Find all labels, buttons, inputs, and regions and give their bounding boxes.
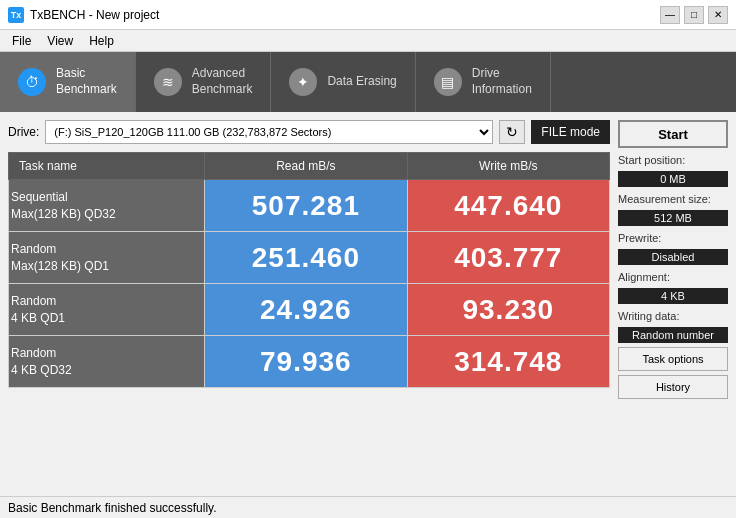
refresh-button[interactable]: ↻ <box>499 120 525 144</box>
read-value-3: 79.936 <box>205 336 407 388</box>
measurement-size-label: Measurement size: <box>618 193 728 205</box>
history-button[interactable]: History <box>618 375 728 399</box>
advanced-benchmark-icon: ≋ <box>154 68 182 96</box>
left-panel: Drive: (F:) SiS_P120_120GB 111.00 GB (23… <box>8 120 610 399</box>
drive-select[interactable]: (F:) SiS_P120_120GB 111.00 GB (232,783,8… <box>45 120 493 144</box>
alignment-value: 4 KB <box>618 288 728 304</box>
close-button[interactable]: ✕ <box>708 6 728 24</box>
task-name-2: Random4 KB QD1 <box>9 284 205 336</box>
col-task-name: Task name <box>9 153 205 180</box>
write-value-0: 447.640 <box>407 180 609 232</box>
app-icon: Tx <box>8 7 24 23</box>
table-row: SequentialMax(128 KB) QD32 507.281 447.6… <box>9 180 610 232</box>
status-message: Basic Benchmark finished successfully. <box>8 501 217 515</box>
status-bar: Basic Benchmark finished successfully. <box>0 496 736 518</box>
col-read: Read mB/s <box>205 153 407 180</box>
table-row: Random4 KB QD1 24.926 93.230 <box>9 284 610 336</box>
drive-row: Drive: (F:) SiS_P120_120GB 111.00 GB (23… <box>8 120 610 144</box>
write-value-2: 93.230 <box>407 284 609 336</box>
drive-info-label: DriveInformation <box>472 66 532 97</box>
task-name-0: SequentialMax(128 KB) QD32 <box>9 180 205 232</box>
drive-label: Drive: <box>8 125 39 139</box>
right-panel: Start Start position: 0 MB Measurement s… <box>618 120 728 399</box>
title-bar: Tx TxBENCH - New project — □ ✕ <box>0 0 736 30</box>
prewrite-label: Prewrite: <box>618 232 728 244</box>
write-value-1: 403.777 <box>407 232 609 284</box>
measurement-size-value: 512 MB <box>618 210 728 226</box>
basic-benchmark-icon: ⏱ <box>18 68 46 96</box>
task-name-1: RandomMax(128 KB) QD1 <box>9 232 205 284</box>
menu-bar: File View Help <box>0 30 736 52</box>
window-title: TxBENCH - New project <box>30 8 159 22</box>
title-bar-left: Tx TxBENCH - New project <box>8 7 159 23</box>
alignment-label: Alignment: <box>618 271 728 283</box>
start-position-value: 0 MB <box>618 171 728 187</box>
main-content: Drive: (F:) SiS_P120_120GB 111.00 GB (23… <box>0 112 736 407</box>
advanced-benchmark-label: AdvancedBenchmark <box>192 66 253 97</box>
data-erasing-icon: ✦ <box>289 68 317 96</box>
toolbar-data-erasing[interactable]: ✦ Data Erasing <box>271 52 415 112</box>
maximize-button[interactable]: □ <box>684 6 704 24</box>
task-name-3: Random4 KB QD32 <box>9 336 205 388</box>
read-value-0: 507.281 <box>205 180 407 232</box>
toolbar-advanced-benchmark[interactable]: ≋ AdvancedBenchmark <box>136 52 272 112</box>
toolbar: ⏱ BasicBenchmark ≋ AdvancedBenchmark ✦ D… <box>0 52 736 112</box>
table-row: Random4 KB QD32 79.936 314.748 <box>9 336 610 388</box>
minimize-button[interactable]: — <box>660 6 680 24</box>
menu-help[interactable]: Help <box>81 32 122 50</box>
col-write: Write mB/s <box>407 153 609 180</box>
read-value-1: 251.460 <box>205 232 407 284</box>
toolbar-basic-benchmark[interactable]: ⏱ BasicBenchmark <box>0 52 136 112</box>
task-options-button[interactable]: Task options <box>618 347 728 371</box>
table-row: RandomMax(128 KB) QD1 251.460 403.777 <box>9 232 610 284</box>
menu-view[interactable]: View <box>39 32 81 50</box>
menu-file[interactable]: File <box>4 32 39 50</box>
file-mode-button[interactable]: FILE mode <box>531 120 610 144</box>
benchmark-table: Task name Read mB/s Write mB/s Sequentia… <box>8 152 610 388</box>
write-value-3: 314.748 <box>407 336 609 388</box>
toolbar-drive-info[interactable]: ▤ DriveInformation <box>416 52 551 112</box>
title-bar-controls: — □ ✕ <box>660 6 728 24</box>
writing-data-label: Writing data: <box>618 310 728 322</box>
drive-info-icon: ▤ <box>434 68 462 96</box>
start-position-label: Start position: <box>618 154 728 166</box>
prewrite-value: Disabled <box>618 249 728 265</box>
writing-data-value: Random number <box>618 327 728 343</box>
data-erasing-label: Data Erasing <box>327 74 396 90</box>
start-button[interactable]: Start <box>618 120 728 148</box>
basic-benchmark-label: BasicBenchmark <box>56 66 117 97</box>
read-value-2: 24.926 <box>205 284 407 336</box>
